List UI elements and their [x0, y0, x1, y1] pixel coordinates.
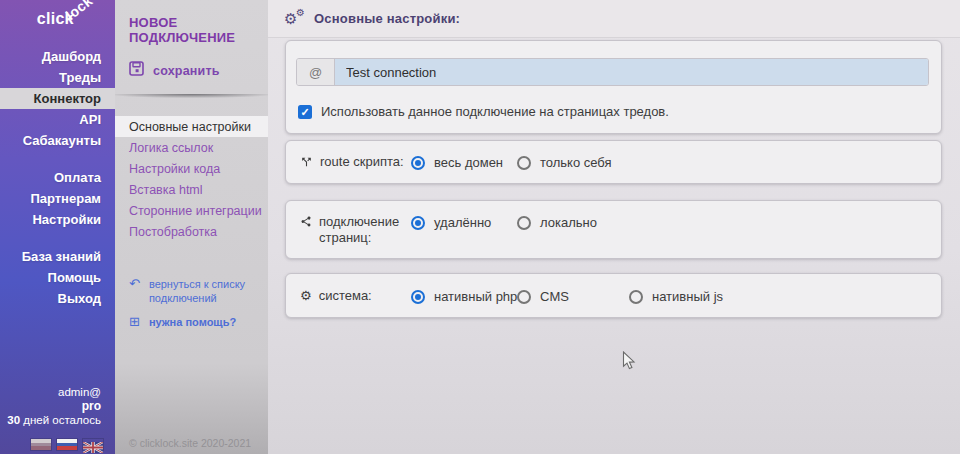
panel-item-link-logic[interactable]: Логика ссылок — [115, 137, 268, 158]
system-card: ⚙ система: нативный php CMS нативный js — [285, 273, 942, 318]
radio-selected-icon[interactable] — [411, 216, 425, 230]
panel-item-html-insert[interactable]: Вставка html — [115, 179, 268, 200]
at-sign-icon: @ — [297, 59, 335, 85]
radio-unselected-icon[interactable] — [629, 290, 643, 304]
flag-gray-icon[interactable] — [31, 439, 51, 450]
checkbox-label: Использовать данное подключение на стран… — [321, 104, 669, 119]
undo-arrow-icon: ↶ — [129, 277, 140, 290]
sidebar-item-settings[interactable]: Настройки — [0, 209, 115, 230]
route-split-icon — [300, 155, 313, 173]
panel-item-general-settings[interactable]: Основные настройки — [115, 116, 268, 137]
radio-cms[interactable]: CMS — [517, 289, 569, 304]
sidebar-nav: Дашборд Треды Коннектор API Сабакаунты О… — [0, 46, 115, 309]
sidebar-item-api[interactable]: API — [0, 109, 115, 130]
flag-russia-icon[interactable] — [57, 439, 77, 450]
sidebar-item-dashboard[interactable]: Дашборд — [0, 46, 115, 67]
radio-selected-icon[interactable] — [411, 156, 425, 170]
days-number: 30 — [7, 414, 20, 426]
radio-unselected-icon[interactable] — [517, 290, 531, 304]
share-icon — [300, 215, 312, 246]
sidebar-item-connector[interactable]: Коннектор — [0, 88, 115, 109]
page-connection-label: подключение страниц: — [300, 214, 411, 246]
use-on-threads-option[interactable]: ✓ Использовать данное подключение на стр… — [298, 104, 669, 119]
gears-icon: ⚙⚙ — [284, 10, 306, 28]
account-info: admin@ pro 30 дней осталось — [7, 386, 101, 426]
days-text: дней осталось — [20, 414, 101, 426]
sidebar-item-threads[interactable]: Треды — [0, 67, 115, 88]
sidebar-item-partners[interactable]: Партнерам — [0, 188, 115, 209]
nav-divider — [0, 230, 115, 246]
sidebar-item-logout[interactable]: Выход — [0, 288, 115, 309]
back-to-list-link[interactable]: ↶ вернуться к списку подключений — [115, 272, 268, 310]
sidebar: clicklock Дашборд Треды Коннектор API Са… — [0, 0, 115, 454]
save-button-label: сохранить — [153, 64, 220, 78]
script-route-card: route скрипта: весь домен только себя — [285, 140, 942, 184]
panel-title: НОВОЕ ПОДКЛЮЧЕНИЕ — [115, 0, 268, 45]
need-help-link[interactable]: ⊞ нужна помощь? — [115, 310, 268, 334]
save-button[interactable]: сохранить — [115, 45, 268, 80]
radio-only-self[interactable]: только себя — [517, 155, 612, 170]
panel-item-postprocessing[interactable]: Постобработка — [115, 221, 268, 242]
sidebar-item-subaccounts[interactable]: Сабакаунты — [0, 130, 115, 151]
main-header: ⚙⚙ Основные настройки: — [268, 0, 960, 38]
copyright-footer: © clicklock.site 2020-2021 — [129, 437, 251, 449]
panel-item-integrations[interactable]: Сторонние интеграции — [115, 200, 268, 221]
panel-menu: Основные настройки Логика ссылок Настрой… — [115, 116, 268, 242]
nav-divider — [0, 151, 115, 167]
radio-native-js[interactable]: нативный js — [629, 289, 723, 304]
panel-links: ↶ вернуться к списку подключений ⊞ нужна… — [115, 272, 268, 334]
connection-name-group: @ — [296, 58, 929, 86]
app-logo[interactable]: clicklock — [0, 0, 115, 42]
account-plan: pro — [7, 399, 101, 413]
radio-selected-icon[interactable] — [411, 290, 425, 304]
connection-name-card: @ ✓ Использовать данное подключение на с… — [285, 40, 942, 134]
panel-divider — [115, 94, 268, 100]
plus-box-icon: ⊞ — [129, 315, 140, 328]
radio-unselected-icon[interactable] — [517, 216, 531, 230]
connection-panel: НОВОЕ ПОДКЛЮЧЕНИЕ сохранить Основные нас… — [115, 0, 268, 454]
back-to-list-label: вернуться к списку подключений — [149, 277, 260, 305]
sidebar-item-help[interactable]: Помощь — [0, 267, 115, 288]
radio-local[interactable]: локально — [517, 215, 597, 230]
panel-item-code-settings[interactable]: Настройки кода — [115, 158, 268, 179]
sidebar-item-knowledge-base[interactable]: База знаний — [0, 246, 115, 267]
radio-whole-domain[interactable]: весь домен — [411, 155, 503, 170]
save-icon — [129, 61, 144, 80]
flag-uk-icon[interactable] — [83, 439, 103, 450]
page-title: Основные настройки: — [314, 11, 460, 26]
script-route-label: route скрипта: — [300, 154, 404, 173]
checkbox-checked-icon[interactable]: ✓ — [298, 105, 312, 119]
main-content: ⚙⚙ Основные настройки: @ ✓ Использовать … — [268, 0, 960, 454]
radio-remote[interactable]: удалённо — [411, 215, 491, 230]
language-switcher — [31, 439, 103, 450]
page-connection-card: подключение страниц: удалённо локально — [285, 200, 942, 259]
gear-icon: ⚙ — [300, 289, 312, 304]
account-email: admin@ — [7, 386, 101, 398]
radio-unselected-icon[interactable] — [517, 156, 531, 170]
need-help-label: нужна помощь? — [149, 315, 236, 329]
radio-native-php[interactable]: нативный php — [411, 289, 517, 304]
account-days-left: 30 дней осталось — [7, 414, 101, 426]
system-label: ⚙ система: — [300, 288, 372, 304]
connection-name-input[interactable] — [335, 59, 928, 85]
sidebar-item-payment[interactable]: Оплата — [0, 167, 115, 188]
